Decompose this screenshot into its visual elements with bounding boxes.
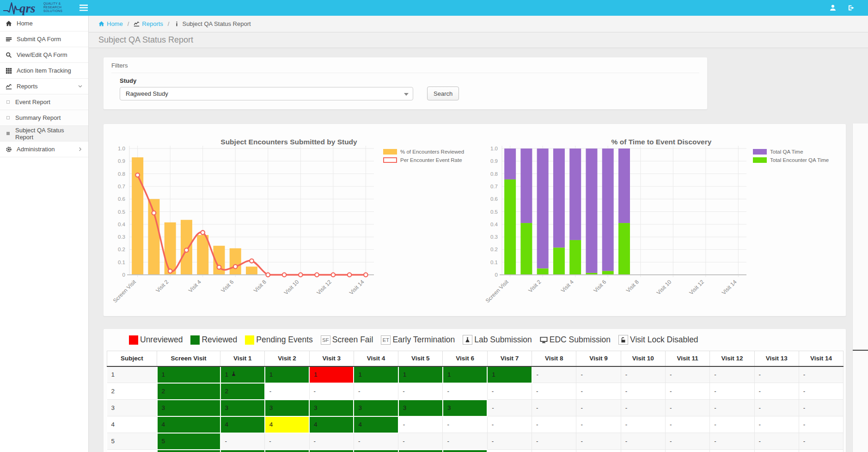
visit-status-cell: -	[576, 433, 621, 450]
column-header-visit-3: Visit 3	[309, 351, 354, 366]
visit-status-cell: -	[665, 416, 709, 433]
breadcrumb-label: Reports	[142, 20, 163, 27]
visit-status-cell[interactable]	[398, 450, 443, 452]
divider	[111, 73, 699, 73]
visit-status-cell[interactable]	[443, 450, 487, 452]
search-button[interactable]: Search	[427, 87, 459, 100]
visit-status-cell: -	[487, 416, 532, 433]
table-row: 111111111-------	[107, 366, 844, 383]
visit-status-cell[interactable]: 1	[220, 366, 265, 383]
sidebar-item-summary-report[interactable]: Summary Report	[0, 110, 88, 126]
sidebar-toggle-hamburger-icon[interactable]	[79, 5, 88, 11]
sign-out-icon[interactable]	[848, 4, 855, 12]
visit-status-cell[interactable]	[354, 450, 398, 452]
visit-status-cell[interactable]: 5	[157, 433, 220, 450]
subject-cell	[107, 450, 157, 452]
sidebar-item-submit-qa-form[interactable]: Submit QA Form	[0, 31, 88, 47]
sidebar-item-label: Submit QA Form	[17, 36, 61, 43]
column-header-visit-9: Visit 9	[576, 351, 621, 366]
visit-status-cell[interactable]: 1	[443, 366, 487, 383]
visit-status-cell: -	[665, 433, 709, 450]
breadcrumb-label: Home	[107, 20, 123, 27]
visit-status-cell: -	[443, 433, 487, 450]
visit-status-cell[interactable]	[157, 450, 220, 452]
status-legend-label: Unreviewed	[140, 335, 183, 345]
status-legend: UnreviewedReviewedPending EventsSFScreen…	[104, 329, 846, 351]
svg-text:Visit 8: Visit 8	[625, 279, 640, 294]
breadcrumb-home[interactable]: Home	[98, 20, 123, 27]
svg-text:Visit 8: Visit 8	[252, 279, 268, 294]
chevron-down-icon	[76, 84, 84, 89]
svg-text:RESEARCH: RESEARCH	[43, 6, 61, 9]
svg-text:SOLUTIONS: SOLUTIONS	[43, 9, 62, 12]
visit-status-cell[interactable]: 1	[157, 366, 220, 383]
visit-status-cell[interactable]	[309, 450, 354, 452]
top-navbar: qrs QUALITY & RESEARCH SOLUTIONS	[0, 0, 868, 16]
legend-swatch	[753, 149, 767, 155]
visit-status-cell[interactable]: 3	[157, 400, 220, 416]
table-row: 33333333--------	[107, 400, 844, 416]
sidebar-item-reports[interactable]: Reports	[0, 79, 88, 94]
svg-text:Visit 6: Visit 6	[592, 279, 607, 294]
visit-status-cell[interactable]	[220, 450, 265, 452]
visit-status-cell[interactable]: 3	[309, 400, 354, 416]
svg-text:Visit 2: Visit 2	[154, 279, 170, 294]
visit-status-cell[interactable]: 1	[398, 366, 443, 383]
visit-status-cell: -	[487, 383, 532, 400]
visit-status-cell: -	[710, 383, 754, 400]
visit-status-cell: -	[443, 416, 487, 433]
svg-text:0.4: 0.4	[118, 222, 126, 227]
visit-status-cell[interactable]: 3	[443, 400, 487, 416]
chart-subject-encounters: 00.10.20.30.40.50.60.70.80.91.0Screen Vi…	[104, 124, 473, 317]
sidebar-item-home[interactable]: Home	[0, 16, 88, 31]
study-select[interactable]: Ragweed Study	[120, 87, 413, 100]
svg-text:Visit 14: Visit 14	[348, 279, 366, 296]
breadcrumb-reports[interactable]: Reports	[134, 20, 163, 27]
sidebar-item-administration[interactable]: Administration	[0, 142, 88, 157]
visit-status-cell[interactable]: 1	[265, 366, 309, 383]
table-row: 55--------------	[107, 433, 844, 450]
status-legend-lab-submission: Lab Submission	[463, 335, 532, 345]
sidebar-item-action-item-tracking[interactable]: Action Item Tracking	[0, 63, 88, 79]
visit-status-cell: -	[799, 400, 843, 416]
sidebar-item-event-report[interactable]: Event Report	[0, 94, 88, 110]
visit-status-cell: -	[754, 400, 799, 416]
visit-status-cell[interactable]: 3	[265, 400, 309, 416]
visit-status-cell: -	[398, 433, 443, 450]
visit-status-cell[interactable]: 2	[220, 383, 265, 400]
visit-status-cell[interactable]: 1	[487, 366, 532, 383]
sidebar-item-view-edit-qa-form[interactable]: View/Edit QA Form	[0, 47, 88, 63]
visit-status-cell: -	[754, 383, 799, 400]
status-legend-early-termination: ETEarly Termination	[381, 335, 455, 345]
visit-status-cell[interactable]	[265, 450, 309, 452]
sidebar-item-subject-qa-status-report[interactable]: Subject QA Status Report	[0, 126, 88, 142]
legend-item-total-qa-time[interactable]: Total QA Time	[753, 149, 829, 155]
legend-label: Per Encounter Event Rate	[400, 157, 462, 163]
sidebar-item-label: Home	[17, 20, 33, 27]
svg-text:0.8: 0.8	[118, 171, 125, 177]
visit-status-cell: -	[532, 400, 576, 416]
visit-status-cell[interactable]: 2	[157, 383, 220, 400]
visit-status-cell[interactable]: 3	[354, 400, 398, 416]
visit-status-cell[interactable]: 1	[309, 366, 354, 383]
legend-item-total-encounter-qa-time[interactable]: Total Encounter QA Time	[753, 157, 829, 163]
visit-status-cell[interactable]: 1	[354, 366, 398, 383]
svg-text:Screen Visit: Screen Visit	[112, 279, 137, 304]
visit-status-cell	[799, 450, 843, 452]
column-header-visit-4: Visit 4	[354, 351, 398, 366]
subject-cell: 2	[107, 383, 157, 400]
visit-status-cell[interactable]: 4	[157, 416, 220, 433]
subject-visit-table: SubjectScreen VisitVisit 1Visit 2Visit 3…	[107, 351, 844, 452]
legend-item--of-encounters-reviewed[interactable]: % of Encounters Reviewed	[383, 149, 464, 155]
visit-status-cell[interactable]: 3	[220, 400, 265, 416]
visit-status-cell[interactable]: 4	[220, 416, 265, 433]
svg-text:Visit 4: Visit 4	[187, 279, 202, 294]
visit-status-cell[interactable]: 3	[398, 400, 443, 416]
visit-status-cell	[621, 450, 665, 452]
user-account-icon[interactable]	[829, 4, 837, 12]
visit-status-cell[interactable]: 4	[309, 416, 354, 433]
column-header-visit-12: Visit 12	[710, 351, 754, 366]
visit-status-cell[interactable]: 4	[354, 416, 398, 433]
visit-status-cell[interactable]: 4	[265, 416, 309, 433]
legend-item-per-encounter-event-rate[interactable]: Per Encounter Event Rate	[383, 157, 464, 163]
